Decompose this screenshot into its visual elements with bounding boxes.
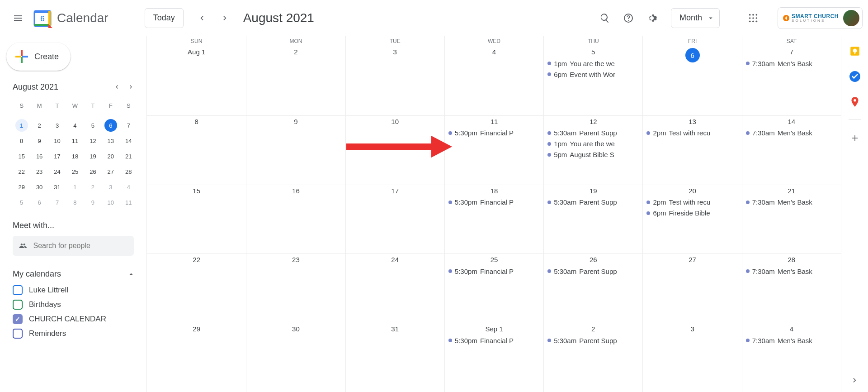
event-chip[interactable]: 5:30pmFinancial P bbox=[447, 128, 542, 138]
mini-day-cell[interactable]: 30 bbox=[33, 181, 46, 193]
mini-day-cell[interactable]: 5 bbox=[86, 119, 99, 132]
day-cell[interactable]: 202pmTest with recu6pmFireside Bible bbox=[642, 185, 741, 254]
mini-day-cell[interactable]: 8 bbox=[15, 134, 28, 147]
mini-day-cell[interactable]: 11 bbox=[69, 134, 81, 147]
day-cell[interactable]: 115:30pmFinancial P bbox=[444, 116, 543, 185]
mini-day-cell[interactable]: 19 bbox=[86, 150, 99, 163]
my-calendars-toggle[interactable]: My calendars bbox=[13, 269, 136, 279]
mini-next-button[interactable] bbox=[125, 81, 137, 93]
event-chip[interactable]: 7:30amMen's Bask bbox=[744, 197, 839, 207]
event-chip[interactable]: 5:30pmFinancial P bbox=[447, 266, 542, 276]
keep-button[interactable] bbox=[845, 42, 864, 61]
event-chip[interactable]: 5:30amParent Supp bbox=[546, 197, 641, 207]
mini-day-cell[interactable]: 14 bbox=[122, 134, 135, 147]
addons-button[interactable]: ＋ bbox=[845, 128, 864, 147]
mini-day-cell[interactable]: 1 bbox=[69, 181, 81, 193]
day-cell[interactable]: 47:30amMen's Bask bbox=[742, 323, 841, 392]
event-chip[interactable]: 5:30pmFinancial P bbox=[447, 335, 542, 345]
day-cell[interactable]: Sep 15:30pmFinancial P bbox=[444, 323, 543, 392]
mini-day-cell[interactable]: 27 bbox=[104, 165, 117, 178]
main-menu-button[interactable] bbox=[7, 7, 29, 29]
account-chip[interactable]: SMART CHURCH S O L U T I O N S bbox=[778, 7, 863, 29]
event-chip[interactable]: 6pmFireside Bible bbox=[645, 208, 740, 218]
mini-day-cell[interactable]: 4 bbox=[122, 181, 135, 193]
day-cell[interactable]: 25:30amParent Supp bbox=[543, 323, 642, 392]
mini-day-cell[interactable]: 23 bbox=[33, 165, 46, 178]
calendar-list-item[interactable]: Reminders bbox=[13, 329, 136, 339]
day-cell[interactable]: 22 bbox=[147, 254, 246, 323]
mini-day-cell[interactable]: 3 bbox=[51, 119, 64, 132]
day-cell[interactable]: 17 bbox=[345, 185, 444, 254]
day-cell[interactable]: 24 bbox=[345, 254, 444, 323]
event-chip[interactable]: 5:30amParent Supp bbox=[546, 128, 641, 138]
event-chip[interactable]: 5:30pmFinancial P bbox=[447, 197, 542, 207]
day-cell[interactable]: 8 bbox=[147, 116, 246, 185]
mini-day-cell[interactable]: 29 bbox=[15, 181, 28, 193]
day-cell[interactable]: 31 bbox=[345, 323, 444, 392]
day-cell[interactable]: 195:30amParent Supp bbox=[543, 185, 642, 254]
today-button[interactable]: Today bbox=[145, 8, 184, 28]
day-cell[interactable]: 30 bbox=[246, 323, 345, 392]
calendar-checkbox[interactable] bbox=[13, 314, 23, 324]
day-cell[interactable]: 3 bbox=[345, 46, 444, 115]
day-cell[interactable]: 185:30pmFinancial P bbox=[444, 185, 543, 254]
view-switcher[interactable]: Month bbox=[671, 8, 720, 28]
mini-day-cell[interactable]: 9 bbox=[86, 196, 99, 209]
day-cell[interactable]: 287:30amMen's Bask bbox=[742, 254, 841, 323]
mini-day-cell[interactable]: 26 bbox=[86, 165, 99, 178]
maps-button[interactable] bbox=[845, 92, 864, 111]
mini-day-cell[interactable]: 1 bbox=[15, 119, 28, 132]
app-logo[interactable]: 6 Calendar bbox=[33, 8, 108, 28]
day-cell[interactable]: 77:30amMen's Bask bbox=[742, 46, 841, 115]
event-chip[interactable]: 1pmYou are the we bbox=[546, 139, 641, 149]
event-chip[interactable]: 5:30amParent Supp bbox=[546, 266, 641, 276]
mini-day-cell[interactable]: 11 bbox=[122, 196, 135, 209]
day-cell[interactable]: 27 bbox=[642, 254, 741, 323]
mini-day-cell[interactable]: 22 bbox=[15, 165, 28, 178]
calendar-list-item[interactable]: Luke Littrell bbox=[13, 285, 136, 295]
day-cell[interactable]: 147:30amMen's Bask bbox=[742, 116, 841, 185]
search-people-input[interactable] bbox=[33, 241, 128, 250]
day-cell[interactable]: 265:30amParent Supp bbox=[543, 254, 642, 323]
day-cell[interactable]: 10 bbox=[345, 116, 444, 185]
event-chip[interactable]: 2pmTest with recu bbox=[645, 197, 740, 207]
day-cell[interactable]: 4 bbox=[444, 46, 543, 115]
event-chip[interactable]: 7:30amMen's Bask bbox=[744, 335, 839, 345]
mini-day-cell[interactable]: 21 bbox=[122, 150, 135, 163]
mini-prev-button[interactable] bbox=[110, 81, 123, 93]
day-cell[interactable]: 23 bbox=[246, 254, 345, 323]
mini-day-cell[interactable]: 3 bbox=[104, 181, 117, 193]
mini-day-cell[interactable]: 13 bbox=[104, 134, 117, 147]
avatar[interactable] bbox=[843, 10, 859, 26]
mini-day-cell[interactable]: 10 bbox=[104, 196, 117, 209]
mini-day-cell[interactable]: 24 bbox=[51, 165, 64, 178]
mini-day-cell[interactable]: 7 bbox=[122, 119, 135, 132]
calendar-checkbox[interactable] bbox=[13, 300, 23, 310]
search-people-field[interactable] bbox=[13, 236, 134, 256]
calendar-list-item[interactable]: Birthdays bbox=[13, 300, 136, 310]
day-cell[interactable]: 29 bbox=[147, 323, 246, 392]
mini-day-cell[interactable]: 6 bbox=[33, 196, 46, 209]
day-cell[interactable]: Aug 1 bbox=[147, 46, 246, 115]
event-chip[interactable]: 6pmEvent with Wor bbox=[546, 69, 641, 79]
mini-day-cell[interactable]: 5 bbox=[15, 196, 28, 209]
mini-day-cell[interactable]: 18 bbox=[69, 150, 81, 163]
search-button[interactable] bbox=[594, 7, 616, 29]
event-chip[interactable]: 7:30amMen's Bask bbox=[744, 266, 839, 276]
mini-day-cell[interactable]: 9 bbox=[33, 134, 46, 147]
mini-day-cell[interactable]: 28 bbox=[122, 165, 135, 178]
calendar-list-item[interactable]: CHURCH CALENDAR bbox=[13, 314, 136, 324]
mini-day-cell[interactable]: 8 bbox=[69, 196, 81, 209]
day-cell[interactable]: 51pmYou are the we6pmEvent with Wor bbox=[543, 46, 642, 115]
day-cell[interactable]: 6 bbox=[642, 46, 741, 115]
day-cell[interactable]: 9 bbox=[246, 116, 345, 185]
day-cell[interactable]: 3 bbox=[642, 323, 741, 392]
mini-day-cell[interactable]: 2 bbox=[86, 181, 99, 193]
mini-day-cell[interactable]: 4 bbox=[69, 119, 81, 132]
mini-day-cell[interactable]: 15 bbox=[15, 150, 28, 163]
collapse-side-panel-button[interactable] bbox=[847, 372, 863, 388]
mini-day-cell[interactable]: 16 bbox=[33, 150, 46, 163]
prev-period-button[interactable] bbox=[193, 9, 211, 27]
event-chip[interactable]: 7:30amMen's Bask bbox=[744, 128, 839, 138]
event-chip[interactable]: 7:30amMen's Bask bbox=[744, 58, 839, 68]
